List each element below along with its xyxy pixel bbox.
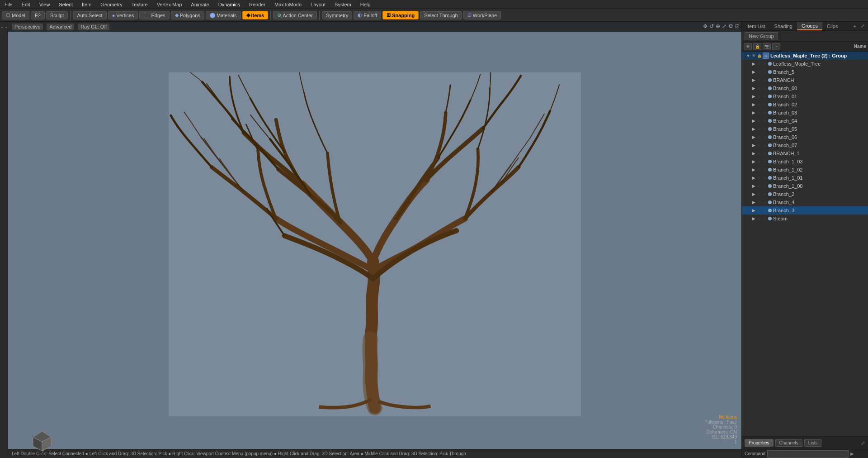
lists-tab[interactable]: Lists [804,439,822,447]
tree-item-branch-02[interactable]: ▶ ○ ○ Branch_02 [742,100,868,109]
rp-lock-btn[interactable]: 🔒 [753,43,761,50]
menu-edit[interactable]: Edit [17,1,35,8]
menu-select[interactable]: Select [54,1,77,8]
tree-item-branch-1-03[interactable]: ▶ ○ ○ Branch_1_03 [742,157,868,166]
eye-icon: ○ [756,62,762,66]
tree-item-branch-04[interactable]: ▶ ○ ○ Branch_04 [742,117,868,125]
stat-deformers: Deformers: ON [704,429,737,434]
snapping-btn[interactable]: ⊞ Snapping [382,11,419,19]
menu-dynamics[interactable]: Dynamics [214,1,245,8]
toolbar: ⬡ Model F2 Sculpt Auto Select ● Vertices… [0,9,868,22]
svg-text:Z: Z [32,434,34,438]
snapping-icon: ⊞ [387,12,391,18]
viewport-icon-settings[interactable]: ⚙ [728,23,733,29]
action-center-btn[interactable]: ⊕ Action Center [273,11,317,19]
sep3 [319,11,320,20]
rp-render-btn[interactable]: 📷 [763,43,771,50]
expand-arrow: ▶ [751,184,756,188]
name-header: Name [854,44,866,49]
menu-layout[interactable]: Layout [306,1,330,8]
rp-bottom-expand[interactable]: ⤢ [861,440,865,446]
tree-item-steam[interactable]: ▶ ○ ○ Steam [742,215,868,223]
menu-render[interactable]: Render [245,1,270,8]
eye-icon: ○ [756,127,762,131]
properties-tab[interactable]: Properties [745,439,774,447]
item-dot [768,95,772,98]
mode-model-btn[interactable]: ⬡ Model [2,11,29,19]
tree-item-leafless-maple-group[interactable]: ▼ 👁 🔒 G Leafless_Maple_Tree (2) : Group [742,52,868,60]
tree-item-branch-05[interactable]: ▶ ○ ○ Branch_05 [742,125,868,133]
tree-item-branch-07[interactable]: ▶ ○ ○ Branch_07 [742,141,868,149]
action-center-icon: ⊕ [277,12,281,18]
scene-tree[interactable]: ▼ 👁 🔒 G Leafless_Maple_Tree (2) : Group … [742,52,868,436]
tree-item-branch-2[interactable]: ▶ ○ ○ Branch_2 [742,190,868,198]
tree-item-leafless-maple[interactable]: ▶ ○ ○ Leafless_Maple_Tree [742,60,868,68]
right-panel-tabs: Item List Shading Groups Clips + ⤢ [742,22,868,31]
menu-geometry[interactable]: Geometry [96,1,127,8]
tab-add-btn[interactable]: + [851,23,859,30]
perspective-btn[interactable]: Perspective [12,24,43,30]
viewport-icon-expand[interactable]: ⊡ [735,23,740,29]
eye-icon: ○ [756,192,762,196]
tree-item-branch-1-01[interactable]: ▶ ○ ○ Branch_1_01 [742,174,868,182]
select-through-btn[interactable]: Select Through [420,11,462,19]
tree-item-branch-01[interactable]: ▶ ○ ○ Branch_01 [742,92,868,100]
menu-maxtomodo[interactable]: MaxToModo [270,1,306,8]
menu-texture[interactable]: Texture [127,1,152,8]
tree-item-branch-00[interactable]: ▶ ○ ○ Branch_00 [742,84,868,92]
viewport[interactable]: Perspective Advanced Ray GL: Off ✥ ↺ ⊕ ⤢… [8,22,741,458]
expand-arrow: ▶ [751,62,756,66]
menu-vertex-map[interactable]: Vertex Map [152,1,187,8]
viewport-icon-zoom[interactable]: ⊕ [716,23,720,29]
expand-arrow: ▶ [751,208,756,213]
symmetry-btn[interactable]: Symmetry [322,11,353,19]
f2-btn[interactable]: F2 [31,11,45,19]
raygl-btn[interactable]: Ray GL: Off [78,24,109,30]
tree-item-branch-03[interactable]: ▶ ○ ○ Branch_03 [742,109,868,117]
edges-btn[interactable]: ⬛ Edges [139,11,169,19]
tree-visualization [158,72,592,416]
item-type-icon: G [763,52,769,59]
tree-item-branch-4[interactable]: ▶ ○ ○ Branch_4 [742,198,868,206]
tree-item-branch-1-00[interactable]: ▶ ○ ○ Branch_1_00 [742,182,868,190]
materials-btn[interactable]: ⬤ Materials [206,11,241,19]
rp-more-btn[interactable]: ⋯ [772,43,780,50]
advanced-btn[interactable]: Advanced [47,24,74,30]
tab-groups[interactable]: Groups [797,22,822,30]
tree-item-branch-1-02[interactable]: ▶ ○ ○ Branch_1_02 [742,166,868,174]
command-input[interactable] [767,450,849,458]
tab-shading[interactable]: Shading [770,22,797,30]
polygons-btn[interactable]: ◆ Polygons [171,11,204,19]
new-group-btn[interactable]: New Group [745,32,778,40]
workplane-btn[interactable]: ⊡ WorkPlane [463,11,501,19]
vertices-btn[interactable]: ● Vertices [108,11,138,19]
tree-item-branch-3[interactable]: ▶ ○ ○ Branch_3 [742,206,868,215]
tree-item-branch-06[interactable]: ▶ ○ ○ Branch_06 [742,133,868,141]
viewport-icon-rotate[interactable]: ↺ [709,23,714,29]
rp-eye-btn[interactable]: 👁 [744,43,752,50]
panel-expand-btn[interactable]: ⤢ [859,23,866,30]
viewport-icon-fit[interactable]: ⤢ [722,23,726,29]
command-arrow[interactable]: ▶ [850,451,854,456]
viewport-icon-move[interactable]: ✥ [703,23,708,29]
tree-item-branch-1[interactable]: ▶ ○ ○ BRANCH_1 [742,149,868,157]
tab-item-list[interactable]: Item List [742,22,770,30]
tree-item-branch[interactable]: ▶ ○ ○ BRANCH [742,76,868,84]
menu-file[interactable]: File [0,1,17,8]
eye-icon: ○ [756,200,762,205]
sculpt-btn[interactable]: Sculpt [46,11,68,19]
menu-help[interactable]: Help [356,1,375,8]
lock-icon: ○ [763,143,767,148]
eye-icon: ○ [756,184,762,188]
tree-item-branch-5[interactable]: ▶ ○ ○ Branch_5 [742,68,868,76]
items-btn[interactable]: ◈ Items [242,11,269,19]
menu-view[interactable]: View [35,1,55,8]
auto-select-btn[interactable]: Auto Select [73,11,106,19]
tab-clips[interactable]: Clips [822,22,842,30]
menu-item[interactable]: Item [77,1,96,8]
falloff-btn[interactable]: ◐ Falloff [354,11,381,19]
channels-tab[interactable]: Channels [775,439,802,447]
menu-animate[interactable]: Animate [186,1,213,8]
menu-system[interactable]: System [330,1,356,8]
item-dot [768,168,772,172]
